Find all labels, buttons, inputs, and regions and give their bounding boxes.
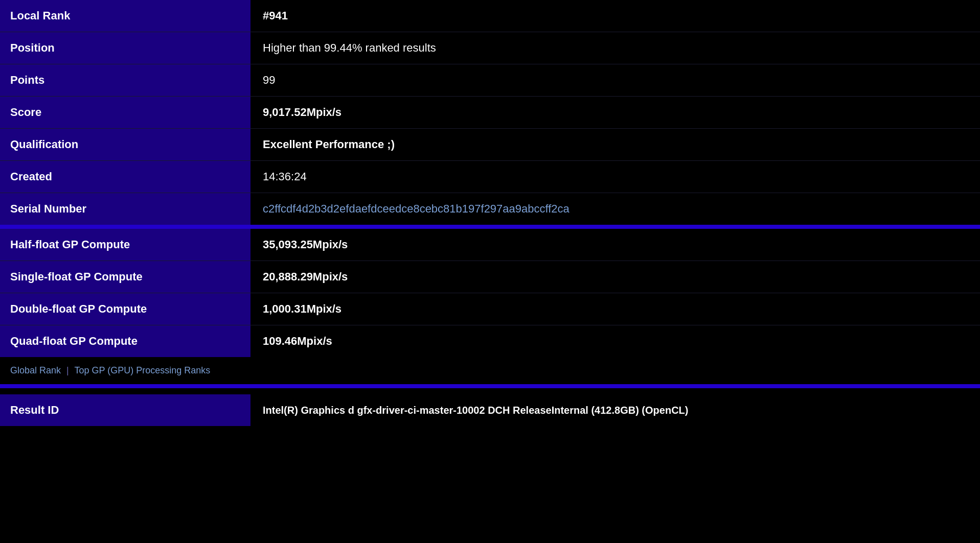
result-id-line1: Intel(R) Graphics d gfx-driver-ci-master… bbox=[263, 405, 600, 416]
local-rank-label: Local Rank bbox=[0, 0, 250, 32]
double-float-row: Double-float GP Compute 1,000.31Mpix/s bbox=[0, 293, 980, 325]
single-float-label: Single-float GP Compute bbox=[0, 261, 250, 293]
divider-2 bbox=[0, 384, 980, 388]
created-label: Created bbox=[0, 161, 250, 193]
single-float-row: Single-float GP Compute 20,888.29Mpix/s bbox=[0, 261, 980, 293]
qualification-value: Excellent Performance ;) bbox=[250, 129, 980, 160]
serial-number-value[interactable]: c2ffcdf4d2b3d2efdaefdceedce8cebc81b197f2… bbox=[250, 193, 980, 225]
top-gp-link[interactable]: Top GP (GPU) Processing Ranks bbox=[74, 365, 210, 375]
qualification-label: Qualification bbox=[0, 129, 250, 160]
points-value: 99 bbox=[250, 64, 980, 96]
points-row: Points 99 bbox=[0, 64, 980, 97]
half-float-label: Half-float GP Compute bbox=[0, 229, 250, 261]
double-float-value: 1,000.31Mpix/s bbox=[250, 293, 980, 325]
serial-number-row: Serial Number c2ffcdf4d2b3d2efdaefdceedc… bbox=[0, 193, 980, 225]
result-id-row: Result ID Intel(R) Graphics d gfx-driver… bbox=[0, 394, 980, 426]
result-id-section: Result ID Intel(R) Graphics d gfx-driver… bbox=[0, 394, 980, 426]
compute-section: Half-float GP Compute 35,093.25Mpix/s Si… bbox=[0, 229, 980, 357]
local-rank-row: Local Rank #941 bbox=[0, 0, 980, 32]
score-row: Score 9,017.52Mpix/s bbox=[0, 97, 980, 129]
global-rank-link[interactable]: Global Rank bbox=[10, 365, 61, 375]
main-stats-section: Local Rank #941 Position Higher than 99.… bbox=[0, 0, 980, 225]
result-id-label: Result ID bbox=[0, 394, 250, 426]
position-value: Higher than 99.44% ranked results bbox=[250, 32, 980, 64]
result-id-line2: 12.8GB) (OpenCL) bbox=[600, 405, 688, 416]
score-value: 9,017.52Mpix/s bbox=[250, 97, 980, 128]
qualification-row: Qualification Excellent Performance ;) bbox=[0, 129, 980, 161]
half-float-value: 35,093.25Mpix/s bbox=[250, 229, 980, 261]
single-float-value: 20,888.29Mpix/s bbox=[250, 261, 980, 293]
position-row: Position Higher than 99.44% ranked resul… bbox=[0, 32, 980, 64]
footer-links: Global Rank | Top GP (GPU) Processing Ra… bbox=[0, 357, 980, 384]
footer-separator: | bbox=[66, 365, 69, 375]
quad-float-row: Quad-float GP Compute 109.46Mpix/s bbox=[0, 325, 980, 357]
spacer bbox=[0, 388, 980, 394]
position-label: Position bbox=[0, 32, 250, 64]
divider-1 bbox=[0, 225, 980, 229]
created-row: Created 14:36:24 bbox=[0, 161, 980, 193]
score-label: Score bbox=[0, 97, 250, 128]
local-rank-value: #941 bbox=[250, 0, 980, 32]
created-value: 14:36:24 bbox=[250, 161, 980, 193]
double-float-label: Double-float GP Compute bbox=[0, 293, 250, 325]
quad-float-value: 109.46Mpix/s bbox=[250, 325, 980, 357]
result-id-value: Intel(R) Graphics d gfx-driver-ci-master… bbox=[250, 394, 980, 426]
half-float-row: Half-float GP Compute 35,093.25Mpix/s bbox=[0, 229, 980, 261]
quad-float-label: Quad-float GP Compute bbox=[0, 325, 250, 357]
points-label: Points bbox=[0, 64, 250, 96]
serial-number-label: Serial Number bbox=[0, 193, 250, 225]
